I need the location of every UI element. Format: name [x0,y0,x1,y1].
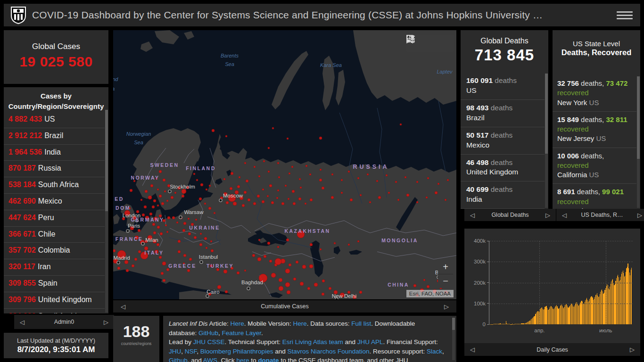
info-link[interactable]: Esri Living Atlas team [282,338,343,346]
deaths-row[interactable]: 160 091 deathsUS [461,73,545,100]
pager-next-button[interactable]: ▷ [630,346,635,353]
pager-prev-button[interactable]: ◁ [470,212,475,218]
cases-list-scrollbar[interactable] [105,110,108,313]
info-link[interactable]: Feature Layer [222,329,261,337]
case-circle [360,194,362,196]
case-circle [188,218,190,220]
case-circle [310,198,313,201]
cases-row[interactable]: 4 882 433US [4,112,105,128]
cases-row[interactable]: 447 624Peru [4,210,105,227]
case-circle [348,244,350,246]
pager-prev-button[interactable]: ◁ [121,304,125,310]
pager-next-button[interactable]: ▷ [545,212,550,218]
info-scrollbar[interactable] [452,318,455,360]
case-circle [292,190,295,193]
case-circle [427,177,429,179]
deaths-row[interactable]: 46 498 deathsUnited Kingdom [461,155,545,182]
pager-next-button[interactable]: ▷ [104,319,108,325]
cases-row[interactable]: 309 796United Kingdom [4,292,105,309]
case-circle [138,229,140,232]
last-updated-label: Last Updated at (M/D/YYYY) [4,333,108,344]
case-circle [288,198,289,200]
info-links-panel: Lancet Inf Dis Article: Here. Mobile Ver… [163,316,456,362]
map-canvas[interactable]: StockholmMoscowWarsawLondonParisMadridMi… [113,30,456,299]
deaths-pager-label: Global Deaths [475,212,545,218]
info-link[interactable]: Full list [351,320,371,327]
deaths-row[interactable]: 40 699 deathsIndia [461,181,545,209]
case-circle [445,199,446,201]
cases-row[interactable]: 462 690Mexico [4,194,105,210]
info-link[interactable]: JHU [169,348,181,355]
info-link[interactable]: Github [169,357,188,362]
pager-prev-button[interactable]: ◁ [20,319,25,325]
pager-next-button[interactable]: ▷ [637,212,642,218]
case-circle [305,203,306,205]
cases-row[interactable]: 2 912 212Brazil [4,128,105,145]
case-circle [376,180,378,182]
cases-row[interactable]: 357 702Colombia [4,243,105,259]
info-link[interactable]: JHU APL [357,338,383,346]
state-row[interactable]: 8 691 deaths, 99 021 recoveredMassachuse… [553,184,636,209]
case-circle [341,192,343,194]
cases-row[interactable]: 538 184South Africa [4,177,105,194]
info-link[interactable]: donate [258,357,279,362]
case-circle [263,160,265,162]
case-circle [319,179,322,181]
daily-cases-chart[interactable]: 0100k200k300k400kапр.июль [489,241,633,324]
states-list-scrollbar[interactable] [637,76,640,208]
cases-row[interactable]: 366 671Chile [4,227,105,243]
info-link[interactable]: JHU CSSE [193,338,225,346]
deaths-row[interactable]: 50 517 deathsMexico [461,127,545,155]
state-row[interactable]: 15 849 deaths, 32 811 recoveredNew Jerse… [553,112,636,148]
pager-prev-button[interactable]: ◁ [470,346,475,353]
case-circle [289,263,291,266]
case-circle [193,173,195,175]
case-circle [314,283,318,287]
global-cases-value: 19 025 580 [4,54,108,70]
case-circle [195,219,197,221]
svg-text:SWEDEN: SWEDEN [150,162,179,168]
case-circle [271,273,276,278]
cases-row[interactable]: 1 964 536India [4,145,105,161]
info-link[interactable]: Here [231,320,244,327]
case-circle [329,287,331,290]
case-circle [182,229,185,232]
cases-row[interactable]: 309 855Spain [4,276,105,292]
info-link[interactable]: here [237,357,249,362]
case-circle [226,201,229,204]
info-link[interactable]: AWS [203,357,217,362]
cases-row[interactable]: 870 187Russia [4,161,105,177]
pager-next-button[interactable]: ▷ [444,304,449,310]
case-circle [178,240,181,243]
legend-list-icon[interactable] [425,38,435,49]
svg-text:Barents: Barents [221,53,239,58]
case-circle [225,290,228,293]
info-link[interactable]: Slack [427,348,442,355]
map-attribution: Esri, FAO, NOAA [406,290,454,297]
state-row[interactable]: 32 756 deaths, 73 472 recoveredNew York … [553,75,636,112]
case-circle [357,177,359,179]
cases-row[interactable]: 284 226Saudi Arabia [4,309,105,313]
zoom-out-button[interactable]: − [438,274,453,288]
basemap-grid-icon[interactable] [440,38,451,49]
cases-row[interactable]: 320 117Iran [4,259,105,276]
info-link[interactable]: GitHub [198,329,218,337]
info-link[interactable]: Here [293,320,306,327]
cases-country-list: 4 882 433US2 912 212Brazil1 964 536India… [4,112,105,313]
world-map[interactable]: StockholmMoscowWarsawLondonParisMadridMi… [113,30,456,299]
zoom-in-button[interactable]: + [438,260,453,274]
info-link[interactable]: NSF [185,348,197,355]
case-circle [183,254,186,257]
deaths-list-scrollbar[interactable] [545,74,548,208]
case-circle [252,254,255,257]
info-link[interactable]: Bloomberg Philanthropies [200,348,273,355]
svg-text:Istanbul: Istanbul [199,254,218,260]
deaths-row[interactable]: 98 493 deathsBrazil [461,100,545,127]
case-circle [172,216,175,219]
chart-pager: ◁ Daily Cases ▷ [464,343,640,356]
pager-prev-button[interactable]: ◁ [562,212,567,218]
state-row[interactable]: 10 006 deaths, recoveredCalifornia US [553,148,636,184]
case-circle [134,258,137,261]
info-link[interactable]: Stavros Niarchos Foundation [287,348,369,355]
menu-icon[interactable] [617,8,633,22]
